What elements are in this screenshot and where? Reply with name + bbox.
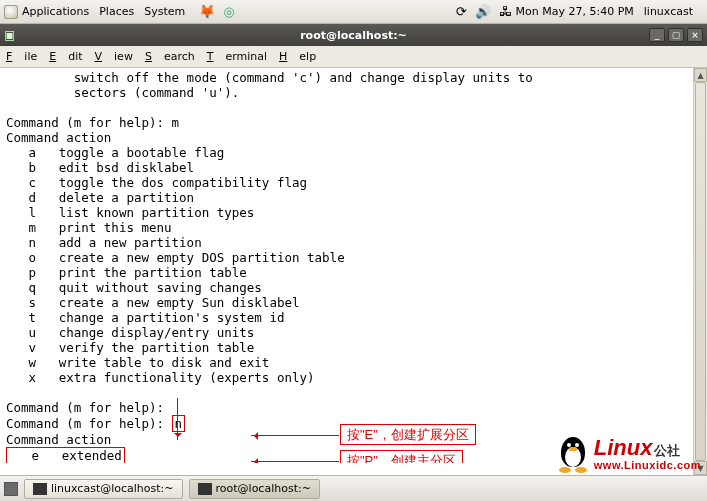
arrow-from-n [177,398,178,440]
user-menu[interactable]: linuxcast [644,5,693,18]
taskbar-entry-label: linuxcast@localhost:~ [51,482,174,495]
watermark: Linux公社 www.Linuxidc.com [556,433,701,473]
tux-icon [556,433,590,473]
term-line: t change a partition's system id [6,310,284,325]
terminal-menubar: File Edit View Search Terminal Help [0,46,707,68]
term-line: Command (m for help): [6,400,164,415]
watermark-url: www.Linuxidc.com [594,459,701,471]
firefox-icon[interactable]: 🦊 [199,4,215,19]
taskbar-entry-2[interactable]: root@localhost:~ [189,479,320,499]
window-titlebar: ▣ root@localhost:~ _ ▢ × [0,24,707,46]
menu-edit[interactable]: Edit [49,50,82,63]
term-line: c toggle the dos compatibility flag [6,175,307,190]
close-button[interactable]: × [687,28,703,42]
arrow-to-extended [251,435,339,436]
terminal-icon [198,483,212,495]
menu-terminal[interactable]: Terminal [207,50,267,63]
app-launcher-icon[interactable]: ◎ [223,4,234,19]
menu-places[interactable]: Places [99,5,134,18]
scroll-up-button[interactable]: ▲ [694,68,707,82]
maximize-button[interactable]: ▢ [668,28,684,42]
scroll-thumb[interactable] [695,82,706,461]
term-line: Command action [6,130,111,145]
term-line: v verify the partition table [6,340,254,355]
menu-applications[interactable]: Applications [22,5,89,18]
gnome-foot-icon [4,5,18,19]
gnome-bottom-panel: linuxcast@localhost:~ root@localhost:~ [0,475,707,501]
minimize-button[interactable]: _ [649,28,665,42]
network-icon[interactable]: 🖧 [499,4,512,19]
term-line: n add a new partition [6,235,202,250]
menu-file[interactable]: File [6,50,37,63]
menu-help[interactable]: Help [279,50,316,63]
watermark-note: 公社 [654,443,680,458]
watermark-linux: Linux [594,435,653,460]
term-line: Command action [6,432,111,447]
term-line: u change display/entry units [6,325,254,340]
terminal-viewport[interactable]: switch off the mode (command 'c') and ch… [0,68,707,463]
menu-view[interactable]: View [95,50,133,63]
term-line: a toggle a bootable flag [6,145,224,160]
update-icon[interactable]: ⟳ [456,4,467,19]
taskbar-entry-label: root@localhost:~ [216,482,311,495]
term-line-boxed: e extended [6,448,125,463]
term-line: o create a new empty DOS partition table [6,250,345,265]
arrow-to-primary [251,461,339,462]
term-line: m print this menu [6,220,172,235]
window-title: root@localhost:~ [300,29,407,42]
vertical-scrollbar[interactable]: ▲ ▼ [693,68,707,475]
volume-icon[interactable]: 🔊 [475,4,491,19]
show-desktop-icon[interactable] [4,482,18,496]
menu-system[interactable]: System [144,5,185,18]
annotation-extended: 按"E"，创建扩展分区 [340,424,476,445]
term-line: l list known partition types [6,205,254,220]
term-line: w write table to disk and exit [6,355,269,370]
term-line: q quit without saving changes [6,280,262,295]
clock[interactable]: Mon May 27, 5:40 PM [516,5,634,18]
term-line: x extra functionality (experts only) [6,370,315,385]
annotation-primary: 按"P"，创建主分区 [340,450,463,463]
term-line: b edit bsd disklabel [6,160,194,175]
taskbar-entry-1[interactable]: linuxcast@localhost:~ [24,479,183,499]
term-line: switch off the mode (command 'c') and ch… [6,70,533,85]
menu-search[interactable]: Search [145,50,195,63]
term-line: Command (m for help): n [6,416,185,431]
terminal-icon: ▣ [4,28,15,42]
term-line: sectors (command 'u'). [6,85,239,100]
terminal-icon [33,483,47,495]
gnome-top-panel: Applications Places System 🦊 ◎ ⟳ 🔊 🖧 Mon… [0,0,707,24]
term-line: Command (m for help): m [6,115,179,130]
highlight-input-n: n [172,415,186,432]
highlight-row-extended: e extended [6,447,125,463]
term-line: p print the partition table [6,265,247,280]
term-line: d delete a partition [6,190,194,205]
term-line: s create a new empty Sun disklabel [6,295,300,310]
